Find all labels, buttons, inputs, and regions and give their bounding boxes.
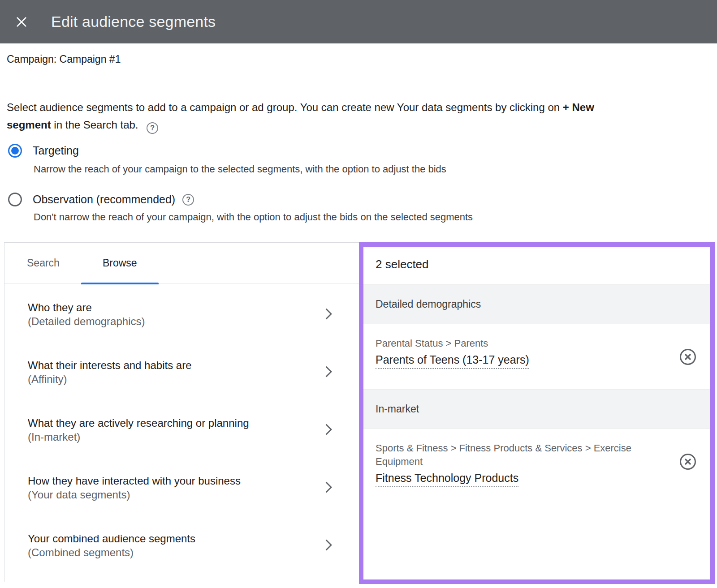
category-title: How they have interacted with your busin… — [28, 474, 353, 488]
radio-targeting-label: Targeting — [33, 144, 79, 157]
tab-browse[interactable]: Browse — [81, 243, 159, 283]
help-glyph-observation: ? — [186, 196, 190, 204]
chevron-right-icon — [321, 421, 336, 438]
category-row-combined-segments[interactable]: Your combined audience segments (Combine… — [4, 532, 353, 582]
intro-line1-text: Select audience segments to add to a cam… — [7, 101, 563, 113]
category-list: Who they are (Detailed demographics) Wha… — [4, 284, 353, 582]
category-title: What they are actively researching or pl… — [28, 416, 353, 430]
help-icon-observation[interactable]: ? — [182, 194, 194, 206]
category-subtitle: (Detailed demographics) — [28, 314, 353, 329]
help-glyph: ? — [150, 124, 155, 132]
segment-name[interactable]: Parents of Teens (13-17 years) — [376, 353, 529, 369]
radio-observation-label: Observation (recommended) — [33, 193, 175, 206]
radio-selected-icon[interactable] — [8, 144, 22, 158]
category-subtitle: (Combined segments) — [28, 545, 353, 560]
chevron-right-icon — [321, 306, 336, 322]
help-icon[interactable]: ? — [147, 122, 158, 134]
group-header-in-market: In-market — [363, 389, 710, 429]
remove-icon[interactable] — [679, 453, 697, 471]
chevron-right-icon — [321, 479, 336, 495]
dialog-header: Edit audience segments — [0, 0, 717, 43]
radio-unselected-icon[interactable] — [8, 193, 22, 206]
chevron-right-icon — [321, 364, 336, 380]
category-title: Who they are — [28, 300, 353, 314]
radio-targeting-description: Narrow the reach of your campaign to the… — [34, 163, 446, 175]
dialog-title: Edit audience segments — [51, 13, 216, 30]
intro-line1-bold: + New — [563, 101, 594, 113]
category-subtitle: (Affinity) — [28, 372, 353, 386]
selected-item-parents-of-teens: Parental Status > Parents Parents of Tee… — [363, 324, 710, 389]
group-header-detailed-demographics: Detailed demographics — [363, 284, 710, 324]
campaign-label: Campaign: Campaign #1 — [7, 53, 121, 65]
close-icon[interactable] — [13, 13, 30, 31]
radio-observation-description: Don't narrow the reach of your campaign,… — [34, 211, 473, 223]
segment-name[interactable]: Fitness Technology Products — [376, 472, 518, 487]
selected-segments-panel: 2 selected Detailed demographics Parenta… — [359, 242, 715, 584]
category-subtitle: (In-market) — [28, 430, 353, 444]
category-row-your-data-segments[interactable]: How they have interacted with your busin… — [4, 474, 353, 532]
category-subtitle: (Your data segments) — [28, 488, 353, 502]
category-row-detailed-demographics[interactable]: Who they are (Detailed demographics) — [4, 300, 353, 358]
radio-observation[interactable]: Observation (recommended) ? — [8, 193, 194, 206]
tab-search[interactable]: Search — [5, 243, 81, 283]
category-title: Your combined audience segments — [28, 532, 353, 545]
category-title: What their interests and habits are — [28, 358, 353, 372]
remove-icon[interactable] — [679, 348, 697, 366]
intro-line2-text: in the Search tab. — [51, 119, 138, 131]
radio-targeting[interactable]: Targeting — [8, 144, 79, 158]
category-row-affinity[interactable]: What their interests and habits are (Aff… — [4, 358, 353, 416]
selected-item-fitness-technology-products: Sports & Fitness > Fitness Products & Se… — [363, 429, 710, 498]
segment-path: Parental Status > Parents — [376, 337, 653, 350]
intro-line2-bold: segment — [7, 119, 51, 131]
intro-text: Select audience segments to add to a cam… — [7, 99, 699, 134]
segment-path: Sports & Fitness > Fitness Products & Se… — [376, 442, 653, 468]
selected-count: 2 selected — [363, 247, 710, 284]
chevron-right-icon — [321, 537, 336, 553]
category-row-in-market[interactable]: What they are actively researching or pl… — [4, 416, 353, 474]
